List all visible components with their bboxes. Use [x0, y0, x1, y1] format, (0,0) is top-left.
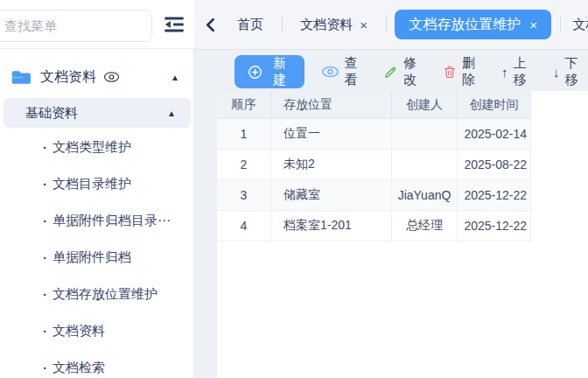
bullet-icon: ·	[43, 214, 47, 228]
tab-home[interactable]: 首页	[219, 17, 282, 33]
cell-create-time: 2025-12-22	[458, 211, 531, 242]
cell-order: 4	[217, 211, 271, 242]
tabs-scroll-left-icon[interactable]	[206, 15, 215, 34]
sidebar-item-doc-data[interactable]: · 文档资料	[0, 312, 194, 349]
visibility-eye-icon[interactable]	[103, 71, 120, 83]
collapse-triangle-icon[interactable]: ▲	[167, 108, 176, 118]
sidebar-root-doc-data[interactable]: 文档资料 ▲	[0, 59, 194, 95]
bullet-icon: ·	[43, 177, 47, 192]
delete-button[interactable]: 删除	[443, 55, 485, 88]
view-button[interactable]: 查看	[321, 55, 367, 88]
fold-menu-icon	[163, 15, 186, 34]
table-row[interactable]: 3 储藏室 JiaYuanQ 2025-12-22	[217, 180, 531, 211]
edit-button[interactable]: 修改	[383, 55, 426, 88]
sidebar-item-label: 文档存放位置维护	[52, 286, 158, 303]
content-area: 新建 查看	[194, 50, 588, 378]
cell-creator	[392, 119, 458, 150]
cell-order: 3	[217, 180, 271, 211]
tab-storage-location-maintenance-active[interactable]: 文档存放位置维护 ×	[395, 10, 551, 39]
table-row[interactable]: 2 未知2 2025-08-22	[217, 150, 531, 180]
new-button-label: 新建	[269, 55, 291, 88]
tab-close-icon[interactable]: ×	[529, 18, 537, 32]
trash-icon	[443, 65, 457, 80]
view-button-label: 查看	[345, 55, 367, 88]
bullet-icon: ·	[43, 140, 47, 155]
bullet-icon: ·	[43, 324, 47, 339]
circle-plus-icon	[248, 65, 262, 80]
sidebar-item-label: 文档检索	[52, 360, 105, 376]
sidebar-item-label: 文档类型维护	[52, 139, 131, 156]
app-window: 文档资料 ▲ 基础资料 ▲ · 文档类型维护 · 文档目录维护	[0, 0, 588, 378]
edit-button-label: 修改	[403, 55, 426, 88]
cell-order: 1	[217, 119, 271, 150]
sidebar-group-basic-data[interactable]: 基础资料 ▲	[4, 98, 191, 128]
move-down-button[interactable]: ↓ 下移	[553, 55, 588, 88]
sidebar-item-label: 单据附件归档目录⋯	[52, 213, 171, 229]
table-panel: 顺序 存放位置 创建人 创建时间 1 位置一 2025-02-14 2 未知2 …	[217, 91, 588, 378]
sidebar-search-row	[0, 0, 194, 49]
sidebar-fold-button[interactable]	[161, 12, 187, 37]
cell-create-time: 2025-02-14	[458, 119, 531, 150]
pencil-icon	[383, 65, 398, 80]
column-header-location: 存放位置	[271, 91, 392, 119]
sidebar-root-label: 文档资料	[40, 68, 96, 87]
sidebar: 文档资料 ▲ 基础资料 ▲ · 文档类型维护 · 文档目录维护	[0, 0, 194, 378]
table-header: 顺序 存放位置 创建人 创建时间	[217, 91, 531, 119]
arrow-up-icon: ↑	[501, 65, 508, 80]
tab-close-icon[interactable]: ×	[360, 18, 368, 32]
tab-label: 文档检索	[572, 17, 588, 33]
sidebar-item-doc-catalog-maintenance[interactable]: · 文档目录维护	[0, 165, 194, 202]
folder-icon	[11, 69, 32, 86]
cell-location: 未知2	[271, 150, 392, 180]
new-button[interactable]: 新建	[234, 55, 304, 88]
tab-bar: 首页 文档资料 × 文档存放位置维护 × 文档检索	[194, 0, 588, 50]
cell-creator: JiaYuanQ	[392, 180, 458, 211]
cell-order: 2	[217, 150, 271, 180]
tab-doc-search[interactable]: 文档检索	[560, 17, 588, 33]
sidebar-menu-list: · 文档类型维护 · 文档目录维护 · 单据附件归档目录⋯ · 单据附件归档 ·…	[0, 129, 194, 378]
move-down-label: 下移	[564, 55, 588, 88]
column-header-create-time: 创建时间	[458, 91, 531, 119]
delete-button-label: 删除	[462, 55, 485, 88]
tab-label: 文档资料	[300, 17, 353, 33]
cell-location: 档案室1-201	[271, 211, 392, 242]
arrow-down-icon: ↓	[553, 65, 560, 80]
tab-doc-data[interactable]: 文档资料 ×	[282, 17, 386, 33]
sidebar-item-label: 文档资料	[52, 323, 105, 340]
tab-label: 首页	[237, 17, 263, 33]
main-area: 首页 文档资料 × 文档存放位置维护 × 文档检索	[194, 0, 588, 378]
sidebar-item-doc-type-maintenance[interactable]: · 文档类型维护	[0, 129, 194, 165]
bullet-icon: ·	[43, 360, 47, 375]
sidebar-item-storage-location-maintenance[interactable]: · 文档存放位置维护	[0, 276, 194, 312]
menu-search-input[interactable]	[0, 10, 152, 42]
bullet-icon: ·	[43, 287, 47, 302]
column-header-creator: 创建人	[392, 91, 458, 119]
column-header-order: 顺序	[217, 91, 271, 119]
tab-label: 文档存放位置维护	[409, 16, 521, 34]
bullet-icon: ·	[43, 250, 47, 265]
table-row[interactable]: 1 位置一 2025-02-14	[217, 119, 531, 150]
cell-location: 位置一	[271, 119, 392, 150]
move-up-label: 上移	[513, 55, 536, 88]
cell-create-time: 2025-12-22	[458, 180, 531, 211]
sidebar-item-label: 单据附件归档	[52, 249, 131, 266]
collapse-triangle-icon[interactable]: ▲	[171, 73, 179, 82]
cell-creator: 总经理	[392, 211, 458, 242]
sidebar-group-label: 基础资料	[25, 105, 78, 122]
move-up-button[interactable]: ↑ 上移	[501, 55, 536, 88]
eye-icon	[321, 66, 340, 78]
cell-create-time: 2025-08-22	[458, 150, 531, 180]
cell-location: 储藏室	[271, 180, 392, 211]
table-row[interactable]: 4 档案室1-201 总经理 2025-12-22	[217, 211, 531, 242]
sidebar-item-receipt-attachment-archive[interactable]: · 单据附件归档	[0, 239, 194, 276]
sidebar-item-label: 文档目录维护	[52, 176, 131, 192]
cell-creator	[392, 150, 458, 180]
sidebar-item-receipt-attachment-catalog[interactable]: · 单据附件归档目录⋯	[0, 202, 194, 239]
toolbar: 新建 查看	[234, 52, 588, 91]
sidebar-item-doc-search[interactable]: · 文档检索	[0, 349, 194, 378]
